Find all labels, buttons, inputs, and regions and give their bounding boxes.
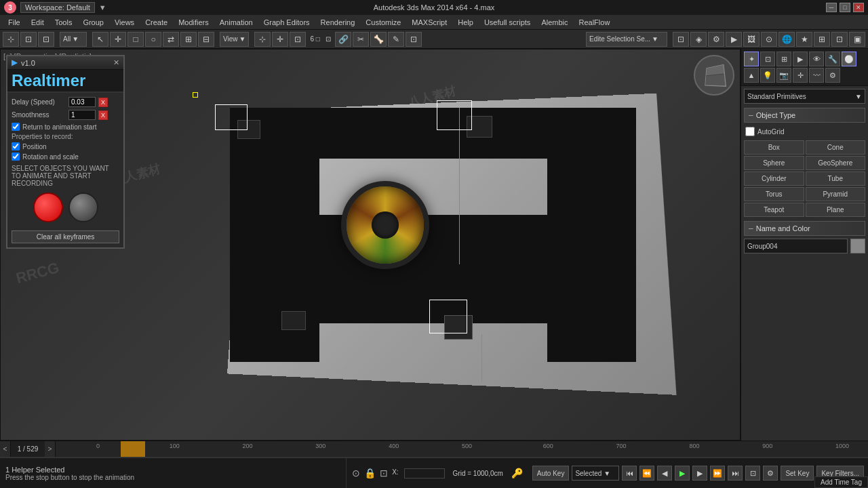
btn-plane[interactable]: Plane [806, 203, 866, 217]
extra-btn1[interactable]: ⊞ [814, 32, 830, 47]
bone-tool[interactable]: 🦴 [370, 32, 387, 47]
extra-btn2[interactable]: ⊡ [831, 32, 848, 47]
name-color-header[interactable]: – Name and Color [744, 221, 865, 236]
transport-end[interactable]: ⏭ [728, 466, 743, 481]
btn-tube[interactable]: Tube [806, 171, 866, 186]
smoothness-x-btn[interactable]: X [98, 110, 108, 120]
object-type-header[interactable]: – Object Type [744, 108, 865, 123]
schematic-btn[interactable]: ⊡ [673, 32, 689, 47]
select-move[interactable]: ✛ [110, 32, 126, 47]
select-region-tool[interactable]: ⊡ [20, 32, 37, 47]
tab-modify[interactable]: ⊡ [760, 52, 775, 66]
delay-x-btn[interactable]: X [98, 98, 108, 107]
btn-box[interactable]: Box [744, 140, 804, 155]
link-tool[interactable]: 🔗 [335, 32, 351, 47]
set-key-btn[interactable]: Set Key [781, 466, 814, 481]
menu-realflow[interactable]: RealFlow [574, 17, 616, 28]
btn-pyramid[interactable]: Pyramid [806, 187, 866, 201]
record-btn[interactable] [33, 192, 63, 222]
edit-tool[interactable]: ✎ [388, 32, 404, 47]
subtab-systems[interactable]: ⚙ [825, 68, 840, 83]
position-checkbox[interactable] [12, 142, 20, 150]
subtab-cameras[interactable]: 📷 [776, 68, 791, 83]
render-setup-btn[interactable]: ⚙ [708, 32, 724, 47]
render-frame-btn[interactable]: 🖼 [743, 32, 760, 47]
color-swatch[interactable] [850, 239, 865, 253]
window-controls[interactable]: ─ □ ✕ [826, 3, 864, 12]
tab-display[interactable]: 👁 [809, 52, 824, 66]
maximize-btn[interactable]: □ [840, 3, 850, 12]
transport-prev-key[interactable]: ⏪ [639, 466, 654, 481]
activeshade-btn[interactable]: ⊙ [761, 32, 777, 47]
name-input[interactable] [744, 239, 848, 253]
btn-geosphere[interactable]: GeoSphere [806, 156, 866, 170]
return-checkbox[interactable] [12, 123, 20, 131]
menu-alembic[interactable]: Alembic [536, 17, 573, 28]
tab-motion[interactable]: ▶ [793, 52, 808, 66]
stop-btn[interactable] [68, 192, 98, 222]
window-crossing[interactable]: ⊡ [38, 32, 54, 47]
timeline-track[interactable]: 0 100 200 300 400 500 600 700 800 900 10… [56, 441, 868, 457]
btn-teapot[interactable]: Teapot [744, 203, 804, 217]
subtab-shapes[interactable]: ▲ [744, 68, 759, 83]
minimize-btn[interactable]: ─ [826, 3, 837, 12]
keymode-btn[interactable]: ⊡ [745, 466, 760, 481]
hierarchy-tool[interactable]: ⊡ [406, 32, 422, 47]
rotscale-checkbox[interactable] [12, 152, 20, 161]
viewport[interactable]: [+] [Perspective] [Realistic] RRCG 八人素材 … [0, 49, 741, 441]
menu-create[interactable]: Create [140, 17, 173, 28]
menu-useful-scripts[interactable]: Usefull scripts [479, 17, 536, 28]
menu-graph-editors[interactable]: Graph Editors [258, 17, 315, 28]
timeconfig-btn[interactable]: ⚙ [763, 466, 778, 481]
smoothness-input[interactable] [68, 110, 96, 120]
btn-cone[interactable]: Cone [806, 140, 866, 155]
array[interactable]: ⊞ [180, 32, 197, 47]
menu-edit[interactable]: Edit [26, 17, 50, 28]
select-region-circle[interactable]: ○ [145, 32, 161, 47]
timeline-prev-btn[interactable]: < [0, 441, 11, 457]
x-input[interactable] [404, 468, 445, 479]
quick-render-btn[interactable]: ▶ [726, 32, 742, 47]
menu-animation[interactable]: Animation [214, 17, 258, 28]
tab-hierarchy[interactable]: ⊞ [776, 52, 791, 66]
select-region-rect[interactable]: □ [127, 32, 144, 47]
delay-input[interactable] [68, 97, 96, 107]
workspace-arrow[interactable]: ▼ [99, 3, 106, 12]
menu-help[interactable]: Help [452, 17, 479, 28]
unlink-tool[interactable]: ✂ [353, 32, 369, 47]
menu-customize[interactable]: Customize [360, 17, 406, 28]
environment-btn[interactable]: 🌐 [778, 32, 795, 47]
btn-torus[interactable]: Torus [744, 187, 804, 201]
transport-start[interactable]: ⏮ [622, 466, 637, 481]
effects-btn[interactable]: ★ [796, 32, 812, 47]
select-btn[interactable]: ↖ [92, 32, 108, 47]
timeline-next-btn[interactable]: > [45, 441, 56, 457]
menu-maxscript[interactable]: MAXScript [406, 17, 452, 28]
btn-sphere[interactable]: Sphere [744, 156, 804, 170]
subtab-lights[interactable]: 💡 [760, 68, 775, 83]
select-tool[interactable]: ⊹ [3, 32, 19, 47]
filter-dropdown[interactable]: All ▼ [60, 32, 87, 47]
nav-cube[interactable] [694, 55, 734, 96]
btn-cylinder[interactable]: Cylinder [744, 171, 804, 186]
primitives-dropdown[interactable]: Standard Primitives ▼ [744, 89, 865, 104]
subtab-geometry[interactable]: ⚪ [842, 52, 856, 66]
extra-btn3[interactable]: ▣ [849, 32, 865, 47]
snap-2d[interactable]: ✛ [272, 32, 288, 47]
plugin-close-btn[interactable]: ✕ [113, 58, 119, 67]
snap-angle[interactable]: ⊡ [290, 32, 306, 47]
tab-create[interactable]: ✦ [744, 52, 759, 66]
mirror[interactable]: ⇄ [163, 32, 179, 47]
workspace-label[interactable]: Workspace: Default [20, 2, 95, 13]
clear-keyframes-btn[interactable]: Clear all keyframes [12, 230, 119, 243]
menu-rendering[interactable]: Rendering [315, 17, 361, 28]
tab-utilities[interactable]: 🔧 [825, 52, 840, 66]
transport-play[interactable]: ▶ [675, 466, 690, 481]
align[interactable]: ⊟ [198, 32, 214, 47]
close-btn[interactable]: ✕ [853, 3, 864, 12]
view-dropdown[interactable]: View ▼ [220, 32, 249, 47]
subtab-spacewarps[interactable]: 〰 [809, 68, 824, 83]
autogrid-checkbox[interactable] [745, 127, 755, 136]
transport-next-key[interactable]: ⏩ [710, 466, 725, 481]
menu-modifiers[interactable]: Modifiers [173, 17, 214, 28]
